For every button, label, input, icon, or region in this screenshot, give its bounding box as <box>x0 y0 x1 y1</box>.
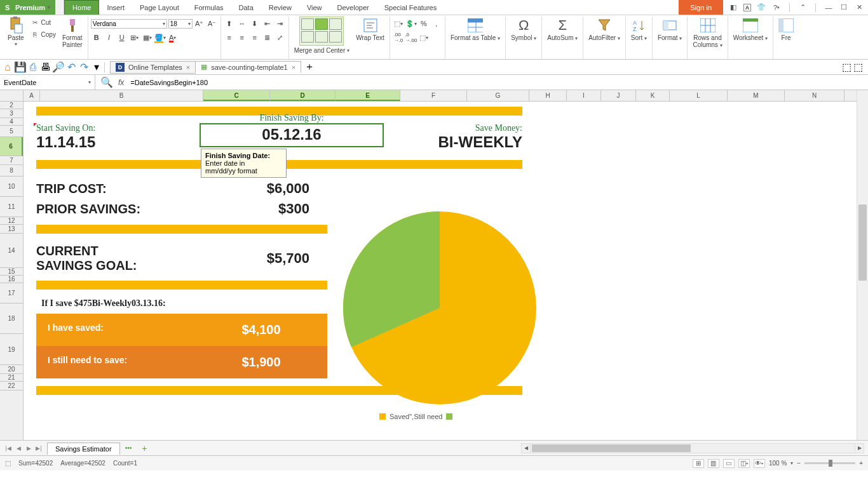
row-header-8[interactable]: 8 <box>0 165 23 177</box>
row-header-6[interactable]: 6 <box>0 137 23 156</box>
hscroll-right-icon[interactable]: ▶ <box>855 444 864 453</box>
align-top-button[interactable]: ⬆ <box>224 18 235 29</box>
col-header-H[interactable]: H <box>529 90 567 101</box>
home-icon[interactable]: ⌂ <box>3 62 13 72</box>
close-tab-icon[interactable]: × <box>292 63 295 71</box>
col-header-C[interactable]: C <box>203 90 270 101</box>
row-header-19[interactable]: 19 <box>0 334 23 365</box>
row-header-4[interactable]: 4 <box>0 118 23 126</box>
tab-special[interactable]: Special Features <box>377 0 445 15</box>
underline-button[interactable]: U <box>116 32 128 43</box>
skin-icon[interactable]: ◧ <box>728 3 738 13</box>
save-icon[interactable]: 💾 <box>15 62 25 72</box>
hscroll-left-icon[interactable]: ◀ <box>522 444 531 453</box>
fill-color-button[interactable]: 🪣▾ <box>154 32 166 43</box>
view-reading-button[interactable]: ▭ <box>723 459 735 468</box>
row-header-3[interactable]: 3 <box>0 109 23 118</box>
close-tab-icon[interactable]: × <box>186 63 190 71</box>
align-bottom-button[interactable]: ⬇ <box>249 18 261 29</box>
tab-view[interactable]: View <box>299 0 330 15</box>
col-header-M[interactable]: M <box>728 90 785 101</box>
worksheet-button[interactable]: Worksheet ▾ <box>731 17 770 43</box>
sheet-options-icon[interactable]: ••• <box>120 444 137 451</box>
fx-icon[interactable]: fx <box>118 78 124 87</box>
comma-button[interactable]: , <box>431 18 442 29</box>
grow-font-button[interactable]: A⁺ <box>194 18 205 29</box>
indent-inc-button[interactable]: ⇥ <box>275 18 286 29</box>
merge-button[interactable]: Merge and Center▾ <box>292 46 353 55</box>
namebox-dd-icon[interactable]: ▾ <box>88 79 91 85</box>
tab-review[interactable]: Review <box>261 0 299 15</box>
row-header-2[interactable]: 2 <box>0 102 23 109</box>
orientation-button[interactable]: ⤢ <box>275 32 286 43</box>
col-header-E[interactable]: E <box>336 90 400 101</box>
zoom-thumb[interactable] <box>829 460 832 467</box>
symbol-button[interactable]: ΩSymbol ▾ <box>508 17 539 43</box>
zoom-out-button[interactable]: − <box>797 460 801 467</box>
format-painter-button[interactable]: Format Painter <box>60 17 85 50</box>
cells-area[interactable]: Start Saving On: 11.14.15 Finish Saving … <box>24 102 857 440</box>
col-header-N[interactable]: N <box>785 90 844 101</box>
copy-button[interactable]: ⎘Copy <box>28 29 58 40</box>
help-icon[interactable]: ?▾ <box>771 3 782 13</box>
row-header-7[interactable]: 7 <box>0 156 23 165</box>
align-center-button[interactable]: ≡ <box>236 32 248 43</box>
app-menu-dd[interactable] <box>55 0 64 15</box>
zoom-slider[interactable] <box>804 462 855 464</box>
scroll-thumb[interactable] <box>858 204 867 281</box>
select-all-corner[interactable] <box>0 90 24 101</box>
font-size-combo[interactable]: 18▾ <box>168 19 193 29</box>
col-header-I[interactable]: I <box>567 90 601 101</box>
font-name-combo[interactable]: Verdana▾ <box>91 19 167 29</box>
rows-cols-button[interactable]: Rows and Columns ▾ <box>690 17 724 50</box>
premium-dd-icon[interactable]: ▾ <box>48 4 50 10</box>
col-header-A[interactable]: A <box>24 90 40 101</box>
tab-data[interactable]: Data <box>231 0 261 15</box>
col-header-D[interactable]: D <box>270 90 336 101</box>
vertical-scrollbar[interactable] <box>857 90 868 440</box>
inc-decimal-button[interactable]: .00→.0 <box>393 32 404 43</box>
options-icon[interactable]: ⬚ <box>853 62 863 72</box>
autofilter-button[interactable]: AutoFilter ▾ <box>586 17 623 43</box>
number-format-button[interactable]: ⬚▾ <box>393 18 404 29</box>
col-header-F[interactable]: F <box>400 90 467 101</box>
view-page-button[interactable]: ▥ <box>708 459 719 468</box>
zoom-in-button[interactable]: + <box>859 460 863 467</box>
row-header-22[interactable]: 22 <box>0 382 23 390</box>
align-right-button[interactable]: ≡ <box>249 32 261 43</box>
tab-home[interactable]: Home <box>64 0 99 15</box>
tab-page-layout[interactable]: Page Layout <box>132 0 187 15</box>
qat-dd-icon[interactable]: ▾ <box>92 62 102 72</box>
view-normal-button[interactable]: ⊞ <box>693 459 704 468</box>
task-pane-icon[interactable]: ⬚ <box>841 62 851 72</box>
finish-cell[interactable]: Finish Saving By: 05.12.16 Finish Saving… <box>200 123 384 147</box>
redo-icon[interactable]: ↷ <box>79 62 89 72</box>
maximize-button[interactable]: ☐ <box>839 3 849 13</box>
shirt-icon[interactable]: 👕 <box>756 3 766 13</box>
print-icon[interactable]: 🖶 <box>41 62 51 72</box>
row-header-20[interactable]: 20 <box>0 365 23 374</box>
row-header-10[interactable]: 10 <box>0 177 23 197</box>
percent-button[interactable]: % <box>418 18 430 29</box>
row-header-17[interactable]: 17 <box>0 283 23 304</box>
search-icon[interactable]: 🔍 <box>100 76 113 88</box>
doc-tab-file[interactable]: ▦ save-counting-template1 × <box>195 61 301 73</box>
print-preview-icon[interactable]: 🔎 <box>53 62 64 72</box>
saveas-icon[interactable]: ⎙ <box>28 62 38 72</box>
indent-dec-button[interactable]: ⇤ <box>262 18 273 29</box>
paste-button[interactable]: Paste▾ <box>5 17 27 48</box>
bold-button[interactable]: B <box>91 32 102 43</box>
char-icon[interactable]: A <box>743 4 751 11</box>
col-header-B[interactable]: B <box>40 90 203 101</box>
col-header-L[interactable]: L <box>670 90 728 101</box>
autosum-button[interactable]: ΣAutoSum ▾ <box>545 17 580 43</box>
row-header-21[interactable]: 21 <box>0 374 23 382</box>
add-sheet-button[interactable]: + <box>137 443 152 453</box>
undo-icon[interactable]: ↶ <box>66 62 76 72</box>
sort-button[interactable]: AZSort ▾ <box>628 17 649 43</box>
align-left-button[interactable]: ≡ <box>224 32 235 43</box>
currency-button[interactable]: 💲▾ <box>405 18 417 29</box>
nav-prev-icon[interactable]: ◀ <box>14 445 23 451</box>
horizontal-scrollbar[interactable]: ◀ ▶ <box>521 443 864 453</box>
col-header-K[interactable]: K <box>636 90 670 101</box>
